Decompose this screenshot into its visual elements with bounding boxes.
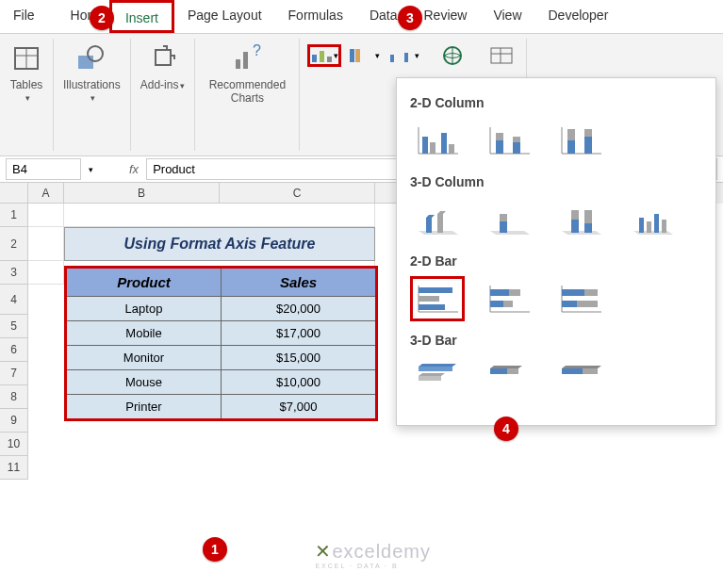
svg-rect-8 [312,55,317,62]
svg-rect-59 [419,376,441,381]
svg-rect-16 [491,48,512,63]
svg-rect-14 [404,53,408,62]
table-icon [9,42,43,76]
row-header[interactable]: 8 [0,385,28,409]
svg-rect-40 [662,220,666,233]
table-row: Mobile$17,000 [66,321,377,346]
svg-rect-34 [567,129,575,140]
tab-view[interactable]: View [480,0,534,33]
clustered-column-2d[interactable] [410,118,465,163]
column-chart-button[interactable]: ▾ [307,44,341,67]
pivot-icon [488,45,515,66]
row-header[interactable]: 3 [0,261,28,285]
svg-rect-30 [513,137,520,142]
sheet-title: Using Format Axis Feature [64,227,375,261]
col-header-b[interactable]: B [64,183,220,204]
section-2d-column: 2-D Column [410,95,702,110]
table-row: Monitor$15,000 [66,346,377,370]
tab-formulas[interactable]: Formulas [275,0,356,33]
row-header[interactable]: 11 [0,456,28,480]
svg-rect-51 [503,301,513,307]
svg-rect-12 [355,49,360,62]
svg-rect-56 [562,301,577,307]
group-addins[interactable]: Add-ins▾ [131,39,196,151]
pivot-chart-button[interactable] [485,44,518,67]
svg-text:?: ? [253,42,261,58]
tab-file[interactable]: File [0,0,48,33]
tab-developer[interactable]: Developer [535,0,622,33]
fx-label: fx [122,162,146,176]
stacked-bar-3d[interactable] [482,355,536,400]
clustered-bar-3d[interactable] [410,355,465,400]
callout-badge-4: 4 [494,416,518,441]
combo-chart-button[interactable]: ▾ [386,44,420,67]
row-header[interactable]: 6 [0,338,28,362]
svg-rect-63 [583,368,598,374]
stacked100-bar-3d[interactable] [553,355,608,400]
tab-insert[interactable]: Insert [109,0,174,33]
stacked100-column-2d[interactable] [553,118,608,163]
section-3d-bar: 3-D Bar [410,333,702,348]
globe-icon [439,45,466,66]
stacked-bar-2d[interactable] [482,276,536,321]
row-header[interactable]: 1 [0,204,28,227]
svg-rect-43 [419,287,452,293]
svg-rect-48 [490,289,509,296]
svg-rect-33 [567,140,575,154]
svg-rect-62 [562,368,583,374]
svg-rect-57 [577,301,598,307]
row-header[interactable]: 10 [0,433,28,456]
svg-rect-22 [430,142,435,154]
group-recommended-charts[interactable]: ? Recommended Charts [195,39,300,151]
row-header[interactable]: 5 [0,315,28,338]
table-header-product[interactable]: Product [66,268,222,297]
maps-button[interactable] [435,44,469,67]
stacked100-column-3d[interactable] [553,197,608,242]
table-row: Mouse$10,000 [66,370,377,395]
table-row: Printer$7,000 [66,395,377,420]
name-box[interactable]: B4 [6,158,81,180]
svg-rect-44 [419,296,439,302]
row-header[interactable]: 4 [0,285,28,315]
svg-rect-38 [647,221,651,233]
select-all-corner[interactable] [0,183,28,204]
callout-badge-3: 3 [398,6,422,30]
addins-icon [146,42,180,76]
tab-page-layout[interactable]: Page Layout [174,0,275,33]
svg-rect-27 [496,140,503,154]
table-header-sales[interactable]: Sales [222,268,377,297]
col-header-c[interactable]: C [220,183,375,204]
group-addins-label: Add-ins▾ [140,78,186,91]
stacked-column-2d[interactable] [482,118,536,163]
stacked-column-3d[interactable] [482,197,536,242]
svg-rect-10 [327,57,332,62]
chart-type-dropdown: 2-D Column 3-D Column 2-D Bar 3-D Bar [396,77,716,426]
group-tables[interactable]: Tables▾ [0,39,54,151]
section-3d-column: 3-D Column [410,174,702,189]
column-3d[interactable] [625,197,680,242]
svg-rect-61 [507,368,518,374]
svg-rect-21 [422,137,428,154]
row-header[interactable]: 2 [0,227,28,261]
data-table[interactable]: Product Sales Laptop$20,000 Mobile$17,00… [64,266,378,421]
svg-rect-5 [236,59,240,69]
svg-rect-36 [584,129,592,137]
svg-rect-58 [419,367,452,371]
svg-rect-54 [562,289,584,296]
bar-chart-button[interactable]: ▾ [347,44,381,67]
group-illustrations[interactable]: Illustrations▾ [54,39,131,151]
row-header[interactable]: 7 [0,362,28,385]
table-row: Laptop$20,000 [66,297,377,321]
group-tables-label: Tables [10,78,43,91]
stacked100-bar-2d[interactable] [553,276,608,321]
svg-rect-50 [490,301,503,307]
svg-rect-24 [449,144,454,154]
row-header[interactable]: 9 [0,409,28,433]
name-box-dropdown[interactable]: ▾ [89,165,93,174]
bar-chart-icon [348,47,373,64]
clustered-column-3d[interactable] [410,197,465,242]
clustered-bar-2d[interactable] [410,276,465,321]
callout-badge-2: 2 [90,6,114,30]
svg-rect-39 [654,214,659,233]
col-header-a[interactable]: A [28,183,64,204]
